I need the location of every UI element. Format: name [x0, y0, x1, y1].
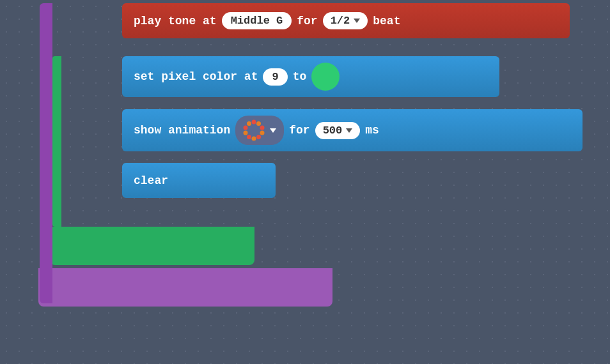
clear-block: clear	[122, 163, 276, 198]
svg-point-7	[244, 131, 248, 135]
play-tone-duration-value: 1/2	[331, 15, 350, 27]
svg-point-4	[256, 135, 261, 139]
show-animation-label-ms: ms	[365, 124, 379, 137]
purple-loop-bottom	[38, 268, 332, 307]
svg-point-9	[247, 121, 251, 126]
svg-point-1	[256, 121, 261, 126]
play-tone-block: play tone at Middle G for 1/2 beat	[122, 3, 570, 38]
play-tone-note-pill[interactable]: Middle G	[222, 12, 292, 29]
set-pixel-label-pre: set pixel color at	[134, 70, 258, 83]
svg-point-0	[252, 120, 256, 125]
set-pixel-label-to: to	[293, 70, 307, 83]
show-animation-label-for: for	[289, 124, 309, 137]
show-animation-block: show animation for 500 ms	[122, 109, 583, 151]
play-tone-label-for: for	[297, 15, 317, 27]
show-animation-duration-pill[interactable]: 500	[315, 122, 361, 139]
play-tone-note-value: Middle G	[231, 15, 283, 27]
set-pixel-block: set pixel color at 9 to	[122, 56, 499, 97]
purple-connector-bar	[40, 3, 52, 303]
svg-point-2	[260, 126, 265, 130]
svg-point-8	[244, 126, 248, 130]
scratch-workspace: play tone at Middle G for 1/2 beat set p…	[0, 0, 610, 364]
show-animation-dropdown-arrow-icon	[346, 128, 352, 133]
green-loop-bottom	[50, 227, 254, 265]
play-tone-label-beat: beat	[373, 15, 400, 27]
play-tone-dropdown-arrow-icon	[354, 19, 360, 23]
show-animation-duration-value: 500	[323, 125, 343, 137]
clear-label: clear	[134, 174, 168, 187]
green-connector-bar	[52, 56, 61, 227]
set-pixel-value: 9	[272, 71, 278, 83]
set-pixel-color-circle[interactable]	[311, 63, 340, 91]
svg-point-6	[247, 135, 251, 139]
show-animation-selector-pill[interactable]	[235, 116, 284, 145]
show-animation-label-pre: show animation	[134, 124, 230, 137]
set-pixel-value-pill[interactable]: 9	[263, 68, 287, 86]
show-animation-dropdown-arrow-icon	[270, 128, 276, 133]
play-tone-duration-pill[interactable]: 1/2	[323, 12, 368, 29]
svg-point-5	[252, 137, 256, 141]
play-tone-label-pre: play tone at	[134, 15, 217, 27]
animation-ring-icon	[243, 119, 265, 141]
svg-point-3	[260, 131, 265, 135]
